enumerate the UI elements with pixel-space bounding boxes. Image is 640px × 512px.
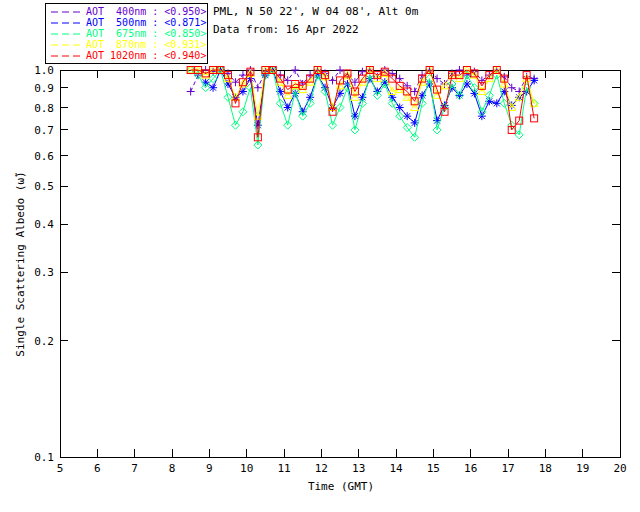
legend-label: AOT 400nm : <0.950>	[86, 6, 206, 17]
x-tick-label: 6	[94, 462, 101, 475]
plus-marker	[396, 75, 404, 83]
plus-marker	[291, 66, 299, 74]
legend-entry: AOT 870nm : <0.931>	[51, 39, 207, 50]
legend-entry: AOT 675nm : <0.850>	[51, 28, 207, 39]
tick-labels: 5678910111213141516171819201.00.90.80.70…	[34, 64, 627, 475]
plot-box	[60, 70, 620, 457]
y-tick-label: 0.7	[34, 124, 54, 137]
ssa-chart: Time (GMT) Single Scattering Albedo (ω̃)…	[0, 0, 640, 512]
legend-line-sample	[51, 31, 82, 37]
y-tick-label: 1.0	[34, 64, 54, 77]
title-block: PML, N 50 22', W 04 08', Alt 0m Data fro…	[213, 6, 418, 35]
x-tick-label: 20	[613, 462, 626, 475]
x-tick-label: 19	[576, 462, 589, 475]
plus-marker	[284, 76, 292, 84]
x-tick-label: 5	[57, 462, 64, 475]
plus-marker	[329, 76, 337, 84]
legend-line-sample	[51, 42, 82, 48]
x-tick-label: 16	[464, 462, 477, 475]
legend-entry: AOT 1020nm : <0.940>	[51, 50, 207, 61]
legend-line-sample	[51, 53, 82, 59]
legend: AOT 400nm : <0.950>AOT 500nm : <0.871>AO…	[45, 3, 208, 64]
legend-label: AOT 675nm : <0.850>	[86, 28, 206, 39]
asterisk-marker	[396, 104, 404, 112]
legend-line-sample	[51, 20, 82, 26]
y-tick-label: 0.9	[34, 82, 54, 95]
x-tick-label: 14	[389, 462, 403, 475]
plus-marker	[358, 68, 366, 76]
x-tick-label: 18	[539, 462, 552, 475]
x-tick-label: 17	[501, 462, 514, 475]
y-tick-label: 0.3	[34, 266, 54, 279]
plot-title: PML, N 50 22', W 04 08', Alt 0m	[213, 6, 418, 17]
y-tick-label: 0.1	[34, 451, 54, 464]
x-axis-label: Time (GMT)	[308, 480, 374, 493]
y-tick-label: 0.2	[34, 335, 54, 348]
x-tick-label: 8	[169, 462, 176, 475]
plus-marker	[508, 84, 516, 92]
y-tick-label: 0.6	[34, 150, 54, 163]
plus-marker	[336, 66, 344, 74]
x-tick-label: 10	[240, 462, 253, 475]
x-tick-label: 15	[427, 462, 440, 475]
asterisk-marker	[530, 76, 538, 84]
y-tick-label: 0.8	[34, 102, 54, 115]
legend-line-sample	[51, 9, 82, 15]
plot-subtitle: Data from: 16 Apr 2022	[213, 24, 418, 35]
x-tick-label: 7	[131, 462, 138, 475]
x-tick-label: 9	[206, 462, 213, 475]
legend-label: AOT 1020nm : <0.940>	[86, 50, 206, 61]
y-axis-label: Single Scattering Albedo (ω̃)	[14, 171, 27, 356]
plot-window: Time (GMT) Single Scattering Albedo (ω̃)…	[0, 0, 640, 512]
x-tick-label: 11	[277, 462, 290, 475]
y-tick-label: 0.4	[34, 218, 54, 231]
x-tick-label: 12	[315, 462, 328, 475]
legend-entry: AOT 500nm : <0.871>	[51, 17, 207, 28]
legend-entry: AOT 400nm : <0.950>	[51, 6, 207, 17]
y-tick-label: 0.5	[34, 180, 54, 193]
legend-label: AOT 870nm : <0.931>	[86, 39, 206, 50]
axes	[60, 70, 620, 457]
legend-label: AOT 500nm : <0.871>	[86, 17, 206, 28]
x-tick-label: 13	[352, 462, 365, 475]
plus-marker	[187, 87, 195, 95]
